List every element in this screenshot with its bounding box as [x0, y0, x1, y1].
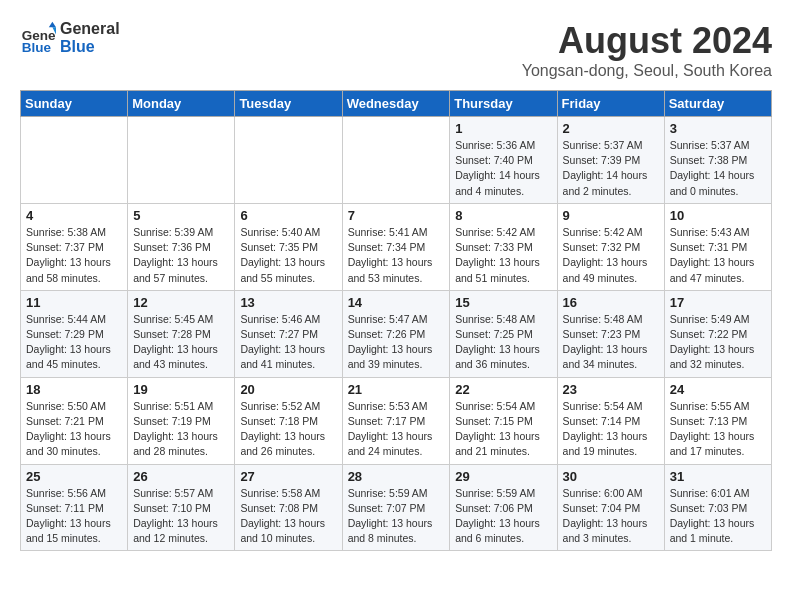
day-number: 15 — [455, 295, 551, 310]
day-info: Sunrise: 5:51 AM Sunset: 7:19 PM Dayligh… — [133, 399, 229, 460]
calendar-cell: 2Sunrise: 5:37 AM Sunset: 7:39 PM Daylig… — [557, 117, 664, 204]
day-info: Sunrise: 6:00 AM Sunset: 7:04 PM Dayligh… — [563, 486, 659, 547]
day-number: 23 — [563, 382, 659, 397]
day-info: Sunrise: 5:44 AM Sunset: 7:29 PM Dayligh… — [26, 312, 122, 373]
calendar-cell: 25Sunrise: 5:56 AM Sunset: 7:11 PM Dayli… — [21, 464, 128, 551]
week-row-1: 1Sunrise: 5:36 AM Sunset: 7:40 PM Daylig… — [21, 117, 772, 204]
weekday-header-thursday: Thursday — [450, 91, 557, 117]
day-number: 12 — [133, 295, 229, 310]
calendar-cell: 1Sunrise: 5:36 AM Sunset: 7:40 PM Daylig… — [450, 117, 557, 204]
day-info: Sunrise: 6:01 AM Sunset: 7:03 PM Dayligh… — [670, 486, 766, 547]
day-info: Sunrise: 5:37 AM Sunset: 7:39 PM Dayligh… — [563, 138, 659, 199]
day-info: Sunrise: 5:55 AM Sunset: 7:13 PM Dayligh… — [670, 399, 766, 460]
day-info: Sunrise: 5:45 AM Sunset: 7:28 PM Dayligh… — [133, 312, 229, 373]
week-row-3: 11Sunrise: 5:44 AM Sunset: 7:29 PM Dayli… — [21, 290, 772, 377]
calendar-cell: 11Sunrise: 5:44 AM Sunset: 7:29 PM Dayli… — [21, 290, 128, 377]
logo-blue: Blue — [60, 38, 120, 56]
day-info: Sunrise: 5:49 AM Sunset: 7:22 PM Dayligh… — [670, 312, 766, 373]
day-number: 26 — [133, 469, 229, 484]
day-number: 14 — [348, 295, 445, 310]
day-info: Sunrise: 5:56 AM Sunset: 7:11 PM Dayligh… — [26, 486, 122, 547]
logo: General Blue General Blue — [20, 20, 120, 56]
calendar-cell: 26Sunrise: 5:57 AM Sunset: 7:10 PM Dayli… — [128, 464, 235, 551]
day-info: Sunrise: 5:59 AM Sunset: 7:06 PM Dayligh… — [455, 486, 551, 547]
calendar-cell: 20Sunrise: 5:52 AM Sunset: 7:18 PM Dayli… — [235, 377, 342, 464]
calendar-cell: 12Sunrise: 5:45 AM Sunset: 7:28 PM Dayli… — [128, 290, 235, 377]
calendar-cell: 30Sunrise: 6:00 AM Sunset: 7:04 PM Dayli… — [557, 464, 664, 551]
week-row-2: 4Sunrise: 5:38 AM Sunset: 7:37 PM Daylig… — [21, 203, 772, 290]
calendar-table: SundayMondayTuesdayWednesdayThursdayFrid… — [20, 90, 772, 551]
calendar-cell: 14Sunrise: 5:47 AM Sunset: 7:26 PM Dayli… — [342, 290, 450, 377]
calendar-cell: 27Sunrise: 5:58 AM Sunset: 7:08 PM Dayli… — [235, 464, 342, 551]
logo-icon: General Blue — [20, 20, 56, 56]
calendar-cell: 10Sunrise: 5:43 AM Sunset: 7:31 PM Dayli… — [664, 203, 771, 290]
calendar-cell — [128, 117, 235, 204]
calendar-cell: 31Sunrise: 6:01 AM Sunset: 7:03 PM Dayli… — [664, 464, 771, 551]
calendar-cell: 24Sunrise: 5:55 AM Sunset: 7:13 PM Dayli… — [664, 377, 771, 464]
weekday-header-row: SundayMondayTuesdayWednesdayThursdayFrid… — [21, 91, 772, 117]
calendar-cell: 4Sunrise: 5:38 AM Sunset: 7:37 PM Daylig… — [21, 203, 128, 290]
day-number: 2 — [563, 121, 659, 136]
day-number: 19 — [133, 382, 229, 397]
month-year-title: August 2024 — [522, 20, 772, 62]
day-info: Sunrise: 5:50 AM Sunset: 7:21 PM Dayligh… — [26, 399, 122, 460]
title-block: August 2024 Yongsan-dong, Seoul, South K… — [522, 20, 772, 80]
day-number: 13 — [240, 295, 336, 310]
day-number: 21 — [348, 382, 445, 397]
day-number: 31 — [670, 469, 766, 484]
day-info: Sunrise: 5:52 AM Sunset: 7:18 PM Dayligh… — [240, 399, 336, 460]
day-number: 6 — [240, 208, 336, 223]
calendar-cell: 3Sunrise: 5:37 AM Sunset: 7:38 PM Daylig… — [664, 117, 771, 204]
svg-marker-2 — [49, 22, 56, 27]
day-number: 8 — [455, 208, 551, 223]
calendar-cell: 17Sunrise: 5:49 AM Sunset: 7:22 PM Dayli… — [664, 290, 771, 377]
day-number: 25 — [26, 469, 122, 484]
day-info: Sunrise: 5:46 AM Sunset: 7:27 PM Dayligh… — [240, 312, 336, 373]
day-info: Sunrise: 5:53 AM Sunset: 7:17 PM Dayligh… — [348, 399, 445, 460]
day-number: 29 — [455, 469, 551, 484]
calendar-cell — [21, 117, 128, 204]
day-number: 5 — [133, 208, 229, 223]
weekday-header-saturday: Saturday — [664, 91, 771, 117]
day-info: Sunrise: 5:58 AM Sunset: 7:08 PM Dayligh… — [240, 486, 336, 547]
day-number: 22 — [455, 382, 551, 397]
day-info: Sunrise: 5:54 AM Sunset: 7:14 PM Dayligh… — [563, 399, 659, 460]
calendar-cell: 8Sunrise: 5:42 AM Sunset: 7:33 PM Daylig… — [450, 203, 557, 290]
calendar-cell — [342, 117, 450, 204]
day-number: 10 — [670, 208, 766, 223]
weekday-header-monday: Monday — [128, 91, 235, 117]
day-info: Sunrise: 5:36 AM Sunset: 7:40 PM Dayligh… — [455, 138, 551, 199]
day-info: Sunrise: 5:42 AM Sunset: 7:32 PM Dayligh… — [563, 225, 659, 286]
day-number: 27 — [240, 469, 336, 484]
calendar-cell — [235, 117, 342, 204]
day-number: 30 — [563, 469, 659, 484]
day-number: 4 — [26, 208, 122, 223]
week-row-5: 25Sunrise: 5:56 AM Sunset: 7:11 PM Dayli… — [21, 464, 772, 551]
day-info: Sunrise: 5:47 AM Sunset: 7:26 PM Dayligh… — [348, 312, 445, 373]
day-info: Sunrise: 5:54 AM Sunset: 7:15 PM Dayligh… — [455, 399, 551, 460]
day-number: 9 — [563, 208, 659, 223]
weekday-header-friday: Friday — [557, 91, 664, 117]
day-info: Sunrise: 5:43 AM Sunset: 7:31 PM Dayligh… — [670, 225, 766, 286]
day-info: Sunrise: 5:40 AM Sunset: 7:35 PM Dayligh… — [240, 225, 336, 286]
calendar-cell: 5Sunrise: 5:39 AM Sunset: 7:36 PM Daylig… — [128, 203, 235, 290]
day-info: Sunrise: 5:48 AM Sunset: 7:25 PM Dayligh… — [455, 312, 551, 373]
day-info: Sunrise: 5:59 AM Sunset: 7:07 PM Dayligh… — [348, 486, 445, 547]
calendar-cell: 7Sunrise: 5:41 AM Sunset: 7:34 PM Daylig… — [342, 203, 450, 290]
day-number: 16 — [563, 295, 659, 310]
day-info: Sunrise: 5:38 AM Sunset: 7:37 PM Dayligh… — [26, 225, 122, 286]
day-info: Sunrise: 5:57 AM Sunset: 7:10 PM Dayligh… — [133, 486, 229, 547]
day-number: 11 — [26, 295, 122, 310]
calendar-cell: 22Sunrise: 5:54 AM Sunset: 7:15 PM Dayli… — [450, 377, 557, 464]
day-number: 7 — [348, 208, 445, 223]
day-info: Sunrise: 5:42 AM Sunset: 7:33 PM Dayligh… — [455, 225, 551, 286]
page-header: General Blue General Blue August 2024 Yo… — [20, 20, 772, 80]
calendar-cell: 13Sunrise: 5:46 AM Sunset: 7:27 PM Dayli… — [235, 290, 342, 377]
day-info: Sunrise: 5:39 AM Sunset: 7:36 PM Dayligh… — [133, 225, 229, 286]
weekday-header-tuesday: Tuesday — [235, 91, 342, 117]
week-row-4: 18Sunrise: 5:50 AM Sunset: 7:21 PM Dayli… — [21, 377, 772, 464]
day-number: 17 — [670, 295, 766, 310]
day-info: Sunrise: 5:37 AM Sunset: 7:38 PM Dayligh… — [670, 138, 766, 199]
calendar-cell: 19Sunrise: 5:51 AM Sunset: 7:19 PM Dayli… — [128, 377, 235, 464]
calendar-cell: 21Sunrise: 5:53 AM Sunset: 7:17 PM Dayli… — [342, 377, 450, 464]
